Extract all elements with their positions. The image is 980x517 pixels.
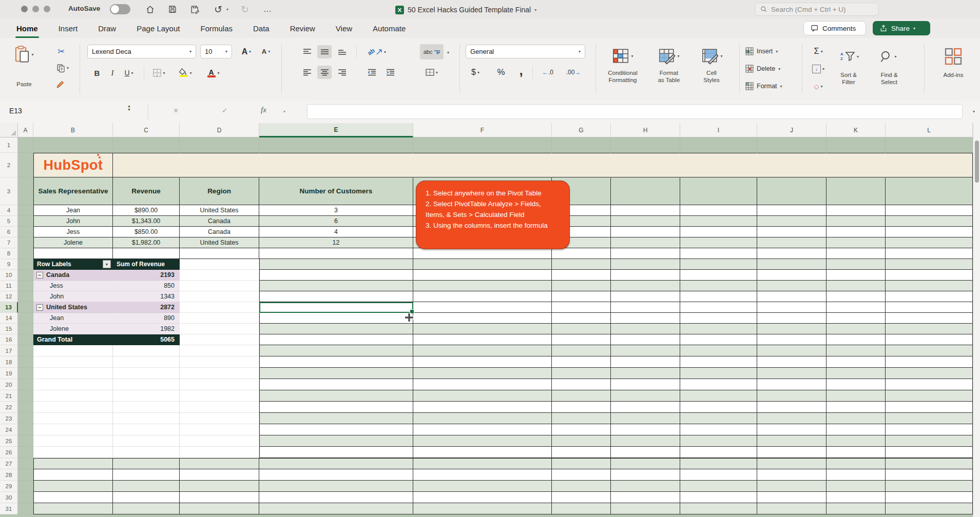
row-header-11[interactable]: 11 [0,281,18,291]
cell-B18[interactable] [33,356,113,368]
cell-B23[interactable] [33,413,113,424]
cell-C4[interactable]: $890.00 [113,205,180,216]
cell-D24[interactable] [180,424,259,435]
cell-K29[interactable] [827,481,886,492]
column-header-F[interactable]: F [413,123,552,137]
cell-C3[interactable]: Revenue [113,177,180,205]
cell-I10[interactable] [680,270,757,281]
cell-H1[interactable] [611,137,680,153]
cell-B5[interactable]: John [33,216,113,227]
cell-K4[interactable] [827,205,886,216]
cell-D29[interactable] [180,481,259,492]
delete-cells-button[interactable]: Delete ▾ [745,63,795,75]
align-top-button[interactable] [300,45,314,58]
cell-G23[interactable] [552,413,611,424]
cell-C23[interactable] [113,413,180,424]
cell-D9[interactable] [180,259,259,270]
tab-review[interactable]: Review [289,18,316,38]
cell-A25[interactable] [18,435,33,447]
cell-H19[interactable] [611,368,680,379]
cell-H28[interactable] [611,469,680,481]
cell-L4[interactable] [886,205,973,216]
increase-font-size-button[interactable]: A▾ [238,45,255,58]
cell-E7[interactable]: 12 [259,237,413,248]
cell-H22[interactable] [611,402,680,413]
cell-H17[interactable] [611,345,680,356]
cell-J3[interactable] [757,177,827,205]
cell-I19[interactable] [680,368,757,379]
cell-H14[interactable] [611,313,680,324]
cell-D5[interactable]: Canada [180,216,259,227]
cell-J15[interactable] [757,324,827,334]
cell-C12[interactable]: 1343 [113,291,180,302]
cell-L16[interactable] [886,334,973,345]
cell-A21[interactable] [18,390,33,402]
cell-C30[interactable] [113,492,180,503]
column-header-G[interactable]: G [552,123,611,137]
cell-F23[interactable] [413,413,552,424]
cell-A12[interactable] [18,291,33,302]
cell-I3[interactable] [680,177,757,205]
cell-K31[interactable] [827,503,886,514]
row-header-15[interactable]: 15 [0,324,18,334]
cell-E6[interactable]: 4 [259,227,413,237]
cell-K11[interactable] [827,281,886,291]
font-name-select[interactable]: Lexend Deca ▾ [87,45,196,58]
cell-K18[interactable] [827,356,886,368]
row-header-22[interactable]: 22 [0,402,18,413]
decrease-indent-button[interactable] [364,66,379,79]
cell-K12[interactable] [827,291,886,302]
cell-J23[interactable] [757,413,827,424]
row-header-2[interactable]: 2 [0,153,18,177]
cell-G8[interactable] [552,248,611,259]
cell-B31[interactable] [33,503,113,514]
column-header-L[interactable]: L [886,123,973,137]
cell-H23[interactable] [611,413,680,424]
cell-E15[interactable] [259,324,413,334]
cell-K3[interactable] [827,177,886,205]
cell-A31[interactable] [18,503,33,514]
cell-D3[interactable]: Region [180,177,259,205]
cell-G9[interactable] [552,259,611,270]
cell-K28[interactable] [827,469,886,481]
cell-I9[interactable] [680,259,757,270]
cell-F12[interactable] [413,291,552,302]
cell-I21[interactable] [680,390,757,402]
decrease-decimal-button[interactable]: ←←.0.0 [537,66,558,79]
wrap-text-chevron-icon[interactable]: ▾ [445,46,452,58]
cell-H7[interactable] [611,237,680,248]
cell-E28[interactable] [259,469,413,481]
cell-F20[interactable] [413,379,552,390]
cell-C2[interactable] [113,153,180,177]
cell-D4[interactable]: United States [180,205,259,216]
cell-L5[interactable] [886,216,973,227]
cell-G10[interactable] [552,270,611,281]
cell-C5[interactable]: $1,343.00 [113,216,180,227]
cell-K16[interactable] [827,334,886,345]
cell-E29[interactable] [259,481,413,492]
cell-J13[interactable] [757,302,827,313]
cell-E25[interactable] [259,435,413,447]
cell-C21[interactable] [113,390,180,402]
column-header-J[interactable]: J [757,123,827,137]
cell-D22[interactable] [180,402,259,413]
cell-G13[interactable] [552,302,611,313]
minimize-window-button[interactable] [32,6,39,12]
cell-C20[interactable] [113,379,180,390]
cell-F26[interactable] [413,447,552,458]
document-title-group[interactable]: 50 Excel Hacks Guided Template Final ▾ [395,4,536,15]
instruction-callout[interactable]: 1. Select anywhere on the Pivot Table 2.… [416,181,570,249]
cell-L25[interactable] [886,435,973,447]
cell-B15[interactable]: Jolene [33,324,113,334]
cell-K8[interactable] [827,248,886,259]
cell-E10[interactable] [259,270,413,281]
align-left-button[interactable] [300,66,314,79]
save-as-icon[interactable] [189,4,200,15]
cell-J6[interactable] [757,227,827,237]
cell-J28[interactable] [757,469,827,481]
cell-J19[interactable] [757,368,827,379]
cell-L22[interactable] [886,402,973,413]
cell-G20[interactable] [552,379,611,390]
cell-G2[interactable] [552,153,611,177]
cell-E19[interactable] [259,368,413,379]
